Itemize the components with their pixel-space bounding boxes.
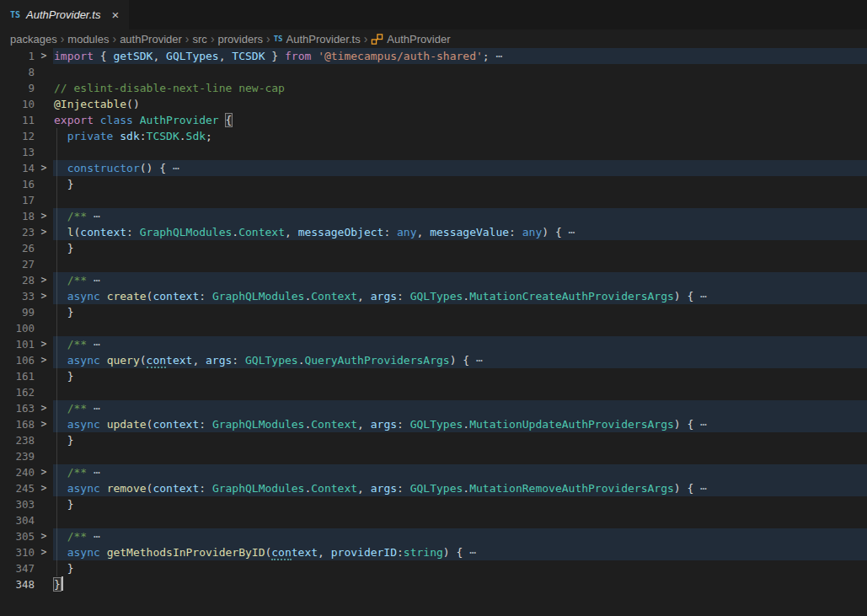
line-number: 18 — [0, 208, 35, 224]
code-token: ⋯ — [469, 546, 476, 559]
code-line[interactable]: 14> constructor() { ⋯ — [0, 160, 867, 176]
fold-chevron-icon[interactable]: > — [35, 464, 53, 480]
fold-chevron-icon[interactable]: > — [35, 400, 53, 416]
code-token: } — [54, 578, 61, 591]
class-symbol-icon — [371, 33, 383, 46]
fold-chevron-icon[interactable]: > — [35, 224, 53, 240]
fold-chevron-icon[interactable]: > — [35, 352, 53, 368]
code-line[interactable]: 33> async create(context: GraphQLModules… — [0, 288, 867, 304]
code-token: : — [140, 130, 147, 142]
fold-chevron-icon[interactable]: > — [35, 160, 53, 176]
code-line[interactable]: 305> /** ⋯ — [0, 528, 867, 544]
code-line[interactable]: 240> /** ⋯ — [0, 464, 867, 480]
code-line[interactable]: 303 } — [0, 496, 867, 512]
code-token — [54, 546, 67, 559]
code-token: async — [67, 354, 107, 367]
code-token: } — [54, 562, 73, 575]
code-line[interactable]: 8 — [0, 64, 867, 80]
breadcrumb-item-packages[interactable]: packages — [10, 33, 57, 46]
code-text: } — [53, 368, 867, 384]
breadcrumb-item-authprovider-ts[interactable]: TSAuthProvider.ts — [274, 33, 361, 46]
code-line[interactable]: 9// eslint-disable-next-line new-cap — [0, 80, 867, 96]
code-line[interactable]: 11export class AuthProvider { — [0, 112, 867, 128]
breadcrumb-item-authprovider[interactable]: authProvider — [120, 33, 182, 46]
code-text: constructor() { ⋯ — [53, 160, 867, 176]
code-line[interactable]: 12 private sdk:TCSDK.Sdk; — [0, 128, 867, 144]
tab-authprovider-ts[interactable]: TS AuthProvider.ts × — [0, 0, 129, 29]
code-token — [54, 530, 67, 543]
code-token: /** — [67, 402, 94, 415]
code-line[interactable]: 168> async update(context: GraphQLModule… — [0, 416, 867, 432]
fold-chevron-icon[interactable]: > — [35, 336, 53, 352]
code-line[interactable]: 27 — [0, 256, 867, 272]
code-line[interactable]: 245> async remove(context: GraphQLModule… — [0, 480, 867, 496]
breadcrumb-item-authprovider[interactable]: AuthProvider — [371, 33, 450, 46]
code-line[interactable]: 10@Injectable() — [0, 96, 867, 112]
line-number: 26 — [0, 240, 35, 256]
fold-chevron-icon[interactable]: > — [35, 528, 53, 544]
fold-chevron-icon[interactable]: > — [35, 208, 53, 224]
fold-chevron-icon[interactable]: > — [35, 544, 53, 560]
fold-chevron-icon[interactable]: > — [35, 288, 53, 304]
code-line[interactable]: 310> async getMethodsInProviderByID(cont… — [0, 544, 867, 560]
code-token: ) { — [443, 546, 469, 559]
code-text: async query(context, args: GQLTypes.Quer… — [53, 352, 867, 368]
code-text: } — [53, 496, 867, 512]
code-token: ⋯ — [476, 354, 483, 367]
fold-chevron-icon[interactable]: > — [35, 48, 53, 64]
code-token: ⋯ — [94, 274, 100, 287]
code-token: async — [67, 418, 107, 431]
code-token: . — [463, 290, 469, 303]
breadcrumb-label: AuthProvider — [387, 33, 450, 46]
code-line[interactable]: 238 } — [0, 432, 867, 448]
code-line[interactable]: 28> /** ⋯ — [0, 272, 867, 288]
code-line[interactable]: 162 — [0, 384, 867, 400]
code-token: GQLTypes — [410, 418, 463, 431]
fold-chevron-icon[interactable]: > — [35, 272, 53, 288]
code-token: context — [153, 290, 199, 303]
code-token: { — [226, 114, 233, 126]
code-line[interactable]: 106> async query(context, args: GQLTypes… — [0, 352, 867, 368]
code-token: ) { — [450, 354, 476, 367]
code-token: con — [147, 354, 166, 368]
code-line[interactable]: 23> l(context: GraphQLModules.Context, m… — [0, 224, 867, 240]
fold-chevron-icon[interactable]: > — [35, 480, 53, 496]
code-line[interactable]: 100 — [0, 320, 867, 336]
code-line[interactable]: 26 } — [0, 240, 867, 256]
code-token: MutationRemoveAuthProvidersArgs — [469, 482, 674, 495]
code-line[interactable]: 348} — [0, 576, 867, 592]
code-token: any — [397, 226, 416, 238]
code-text — [53, 64, 867, 80]
line-number: 162 — [0, 384, 35, 400]
code-token: /** — [67, 530, 94, 543]
code-token: text — [292, 546, 318, 559]
code-line[interactable]: 304 — [0, 512, 867, 528]
code-line[interactable]: 18> /** ⋯ — [0, 208, 867, 224]
code-line[interactable]: 347 } — [0, 560, 867, 576]
code-line[interactable]: 1>import { getSDK, GQLTypes, TCSDK } fro… — [0, 48, 867, 64]
code-line[interactable]: 99 } — [0, 304, 867, 320]
code-line[interactable]: 161 } — [0, 368, 867, 384]
code-line[interactable]: 239 — [0, 448, 867, 464]
line-number: 9 — [0, 80, 35, 96]
code-line[interactable]: 13 — [0, 144, 867, 160]
code-text: async remove(context: GraphQLModules.Con… — [53, 480, 867, 496]
fold-gutter — [35, 80, 53, 96]
code-token: : — [509, 226, 522, 238]
code-line[interactable]: 16 } — [0, 176, 867, 192]
code-token: : — [126, 226, 140, 238]
line-number: 304 — [0, 512, 35, 528]
code-line[interactable]: 163> /** ⋯ — [0, 400, 867, 416]
code-line[interactable]: 17 — [0, 192, 867, 208]
close-icon[interactable]: × — [111, 8, 119, 21]
code-token: TCSDK — [147, 130, 179, 142]
code-token: ; — [206, 130, 212, 142]
code-token: , — [417, 226, 431, 238]
breadcrumb-item-providers[interactable]: providers — [218, 33, 263, 46]
breadcrumb-item-modules[interactable]: modules — [67, 33, 109, 46]
code-line[interactable]: 101> /** ⋯ — [0, 336, 867, 352]
breadcrumb-item-src[interactable]: src — [193, 33, 207, 46]
fold-chevron-icon[interactable]: > — [35, 416, 53, 432]
fold-gutter — [35, 96, 53, 112]
line-number: 239 — [0, 448, 35, 464]
